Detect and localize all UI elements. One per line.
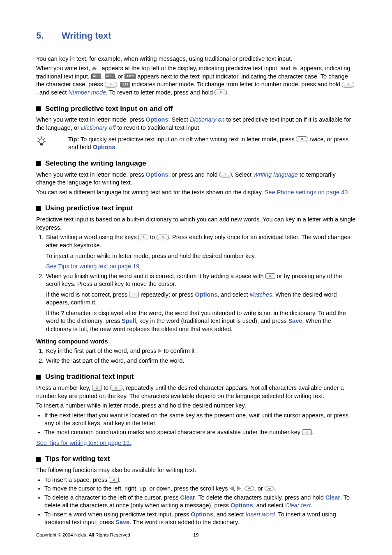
tips-link[interactable]: See Tips for writing text on page 19.: [36, 440, 131, 446]
s2-p1: When you write text in letter mode, pres…: [36, 171, 356, 187]
writing-language-label: Writing language: [253, 171, 298, 178]
heading-text: Selecting the writing language: [45, 159, 146, 168]
list-item: To insert a word when using predictive t…: [44, 511, 356, 527]
text: . Select: [168, 116, 190, 123]
list-item: If the next letter that you want is loca…: [44, 412, 356, 428]
section-predictive-toggle: Setting predictive text input on and off: [36, 104, 356, 114]
text: . To revert to letter mode, press and ho…: [106, 89, 214, 96]
heading-text: Using predictive text input: [45, 204, 133, 213]
text: When you finish writing the word and it …: [46, 273, 265, 279]
compound-steps: Key in the first part of the word, and p…: [36, 347, 356, 365]
tips-link[interactable]: See Tips for writing text on page 19.: [46, 263, 141, 269]
heading-text: Setting predictive text input on and off: [45, 104, 173, 114]
scroll-left-icon: [230, 486, 234, 491]
text: To move the cursor to the left, right, u…: [44, 485, 230, 492]
clear-label: Clear: [180, 494, 195, 501]
text: , key in the word (traditional text inpu…: [136, 318, 288, 324]
predictive-pencil-icon: [92, 66, 100, 71]
hash-key: #: [105, 82, 117, 88]
tip-bulb-icon: [36, 136, 47, 147]
tip-block: Tip: To quickly set predictive text inpu…: [36, 136, 356, 152]
svg-rect-10: [40, 143, 43, 145]
section-bullet-icon: [36, 375, 41, 380]
text: .: [115, 144, 117, 150]
s1-p1: When you write text in letter mode, pres…: [36, 116, 356, 132]
text: to revert to traditional text input.: [115, 124, 201, 131]
text: to: [102, 385, 110, 391]
predictive-steps: Start writing a word using the keys 2 to…: [36, 233, 356, 333]
spell-label: Spell: [122, 318, 136, 324]
text: Press a number key,: [36, 385, 92, 391]
intro-p2: When you write text, appears at the top …: [36, 64, 356, 97]
matches-label: Matches: [249, 291, 272, 298]
s4-p1: Press a number key, 2 to 9, repeatedly u…: [36, 384, 356, 400]
list-item: To move the cursor to the left, right, u…: [44, 485, 356, 493]
section-bullet-icon: [36, 457, 41, 462]
text: .: [117, 81, 120, 88]
sub-note: If the word is not correct, press * repe…: [46, 291, 356, 307]
scroll-down-icon: [265, 486, 274, 491]
section-predictive-input: Using predictive text input: [36, 204, 356, 213]
text: You can set a different language for wri…: [36, 189, 265, 196]
sub-note: If the ? character is displayed after th…: [46, 309, 356, 334]
scroll-right-icon: [237, 486, 241, 491]
text: To insert a space, press: [44, 477, 109, 483]
number-mode-label: Number mode: [68, 89, 106, 96]
options-label: Options: [231, 502, 253, 509]
options-label: Options: [146, 116, 168, 123]
intro-p1: You can key in text, for example, when w…: [36, 55, 356, 63]
chapter-number: 5.: [36, 30, 62, 42]
text: .: [227, 89, 228, 96]
text: to: [148, 234, 157, 240]
traditional-pencil-icon: [292, 66, 299, 71]
text: appears at the top left of the display, …: [101, 65, 292, 71]
abc-upper-indicator: ABC: [125, 74, 136, 79]
hash-key: #: [342, 82, 354, 88]
section-bullet-icon: [36, 206, 41, 211]
list-item: When you finish writing the word and it …: [45, 272, 356, 334]
s5-p1: The following functions may also be avai…: [36, 466, 356, 474]
list-item: Key in the first part of the word, and p…: [45, 347, 356, 355]
hash-key: #: [219, 172, 232, 177]
heading-text: Using traditional text input: [45, 372, 134, 382]
numeric-indicator: 123: [120, 82, 130, 88]
text: .: [119, 477, 120, 483]
text: , or: [254, 485, 265, 492]
sub-note: To insert a number while in letter mode,…: [46, 252, 356, 260]
s4-p2: To insert a number while in letter mode,…: [36, 402, 356, 410]
section-bullet-icon: [36, 106, 41, 111]
text: When you write text in letter mode, pres…: [36, 171, 146, 178]
key-1: 1: [302, 429, 312, 435]
section-writing-language: Selecting the writing language: [36, 159, 356, 168]
chapter-title: Writing text: [62, 30, 111, 41]
text: Start writing a word using the keys: [46, 234, 138, 240]
text: When you write text,: [36, 65, 92, 71]
clear-label: Clear: [325, 494, 340, 501]
text: , and select: [253, 502, 285, 509]
text: To quickly set predictive text input on …: [79, 136, 296, 143]
text: .: [131, 440, 133, 446]
save-label: Save: [288, 318, 302, 324]
text: . Select: [232, 171, 253, 178]
svg-point-4: [39, 139, 44, 144]
list-item: To delete a character to the left of the…: [44, 494, 356, 510]
page-footer: Copyright © 2004 Nokia. All Rights Reser…: [36, 532, 356, 539]
text: .: [311, 502, 312, 509]
options-label: Options: [146, 171, 168, 178]
tip-text: Tip: To quickly set predictive text inpu…: [68, 136, 356, 152]
text: .: [312, 429, 314, 435]
phone-settings-link[interactable]: See Phone settings on page 40.: [265, 189, 349, 196]
svg-line-9: [44, 138, 45, 139]
text: , and select: [36, 89, 68, 96]
key-2: 2: [92, 385, 102, 391]
s3-p1: Predictive text input is based on a buil…: [36, 216, 356, 232]
key-2: 2: [138, 235, 148, 240]
scroll-right-icon: [158, 348, 162, 353]
text: To insert a word when using predictive t…: [44, 511, 191, 518]
text: ,: [234, 485, 237, 492]
options-label: Options: [195, 291, 218, 298]
hash-key: #: [214, 90, 227, 95]
text: . To delete the characters quickly, pres…: [195, 494, 325, 501]
traditional-bullets: If the next letter that you want is loca…: [36, 412, 356, 437]
key-star: *: [129, 292, 139, 297]
